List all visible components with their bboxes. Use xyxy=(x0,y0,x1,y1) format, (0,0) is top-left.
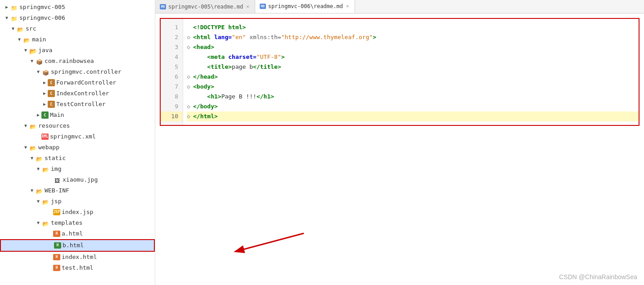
arrow-icon: ▶ xyxy=(4,3,10,12)
tree-label: static xyxy=(45,154,66,163)
tab-close-button[interactable]: ✕ xyxy=(245,3,250,10)
tree-item-com-rainbowsea[interactable]: ▼ 📦 com.rainbowsea xyxy=(0,56,155,67)
code-line-8: <h1> Page B !!! </h1> xyxy=(187,92,639,102)
tree-item-web-inf[interactable]: ▼ 📂 WEB-INF xyxy=(0,185,155,196)
tree-item-springmvc-005[interactable]: ▶ 📁 springmvc-005 xyxy=(0,2,155,13)
code-line-9: ◇ </body> xyxy=(187,102,639,111)
tab-label: springmvc-005\readme.md xyxy=(168,4,243,10)
tree-item-src[interactable]: ▼ 📂 src xyxy=(0,23,155,34)
tag-doctype: <!DOCTYPE html> xyxy=(193,22,246,32)
attr-lang: lang= xyxy=(214,32,232,42)
tree-item-jsp[interactable]: ▼ 📂 jsp xyxy=(0,196,155,207)
tree-item-index-jsp[interactable]: JSP index.jsp xyxy=(0,207,155,218)
line-num-5: 5 xyxy=(161,62,183,72)
code-editor[interactable]: 1 2 3 4 5 6 7 8 9 10 <!DOCTYPE html> xyxy=(155,13,644,285)
tree-item-springmvc-006[interactable]: ▼ 📁 springmvc-006 xyxy=(0,13,155,23)
tree-item-webapp[interactable]: ▼ 📂 webapp xyxy=(0,142,155,153)
arrow-icon: ▶ xyxy=(41,78,48,87)
folder-icon: 📂 xyxy=(41,219,50,227)
tree-item-resources[interactable]: ▼ 📂 resources xyxy=(0,120,155,131)
tree-item-xiaomu-jpg[interactable]: 🖼 xiaomu.jpg xyxy=(0,174,155,185)
tree-label: templates xyxy=(51,218,82,227)
tree-label: IndexController xyxy=(56,89,109,98)
folder-icon: 📂 xyxy=(35,155,43,162)
xml-icon: XML xyxy=(41,134,49,140)
code-line-2: ◇ <html lang="en" xmlns:th="http://www.t… xyxy=(187,32,639,42)
code-line-5: <title> page b </title> xyxy=(187,62,639,72)
tree-label: TestController xyxy=(56,100,106,109)
arrow-icon: ▼ xyxy=(29,186,35,195)
html-icon: H xyxy=(53,254,60,260)
code-line-1: <!DOCTYPE html> xyxy=(187,22,639,32)
arrow-icon: ▶ xyxy=(41,100,48,109)
line-num-2: 2 xyxy=(161,32,183,42)
tag-html-open: <html xyxy=(193,32,211,42)
code-line-3: ◇ <head> xyxy=(187,42,639,52)
tab-close-button[interactable]: ✕ xyxy=(345,3,350,9)
tree-item-springmvc-controller[interactable]: ▼ 📦 springmvc.controller xyxy=(0,67,155,77)
code-content: <!DOCTYPE html> ◇ <html lang="en" xmlns:… xyxy=(183,19,639,125)
arrow-icon: ▼ xyxy=(23,121,29,130)
arrow-icon: ▼ xyxy=(35,165,41,174)
tree-label: index.html xyxy=(62,253,97,262)
tree-label: jsp xyxy=(51,197,61,206)
folder-icon: 📂 xyxy=(35,187,43,194)
arrow-icon: ▼ xyxy=(16,35,23,44)
project-icon: 📁 xyxy=(10,4,18,11)
package-icon: 📦 xyxy=(41,68,50,76)
package-icon: 📦 xyxy=(35,58,43,65)
tree-label: springmvc.xml xyxy=(50,132,96,141)
tab-2[interactable]: MD springmvc-006\readme.md ✕ xyxy=(255,0,355,13)
arrow-icon: ▼ xyxy=(29,154,35,163)
arrow-icon: ▼ xyxy=(35,218,41,227)
line-numbers: 1 2 3 4 5 6 7 8 9 10 xyxy=(161,19,183,125)
tree-label: a.html xyxy=(62,229,83,238)
tree-label: index.jsp xyxy=(62,208,93,217)
tree-item-springmvc-xml[interactable]: XML springmvc.xml xyxy=(0,131,155,142)
tree-label: WEB-INF xyxy=(45,186,69,195)
file-tree[interactable]: ▶ 📁 springmvc-005 ▼ 📁 springmvc-006 ▼ 📂 … xyxy=(0,0,155,285)
attr-xmlns-val: "http://www.thymeleaf.org" xyxy=(281,32,373,42)
tree-item-img[interactable]: ▼ 📂 img xyxy=(0,164,155,174)
html-icon: H xyxy=(54,242,61,249)
tree-label: src xyxy=(26,24,36,33)
tree-item-test-html[interactable]: H test.html xyxy=(0,263,155,273)
tab-label: springmvc-006\readme.md xyxy=(268,3,343,9)
tree-item-a-html[interactable]: H a.html xyxy=(0,228,155,239)
tree-item-test-controller[interactable]: ▶ C TestController xyxy=(0,99,155,110)
line-num-1: 1 xyxy=(161,22,183,32)
attr-xmlns: xmlns:th= xyxy=(249,32,281,42)
tab-1[interactable]: MD springmvc-005\readme.md ✕ xyxy=(155,0,255,13)
tree-item-forward-controller[interactable]: ▶ C ForwardController xyxy=(0,77,155,88)
tree-label: xiaomu.jpg xyxy=(63,175,98,184)
md-icon: MD xyxy=(260,4,266,9)
tree-item-main-class[interactable]: ▶ C Main xyxy=(0,110,155,120)
folder-icon: 📂 xyxy=(29,122,37,129)
tree-label: java xyxy=(38,46,52,55)
tree-label: springmvc-006 xyxy=(19,13,65,22)
folder-icon: 📂 xyxy=(16,25,24,32)
watermark: CSDN @ChinaRainbowSea xyxy=(559,273,637,281)
tree-item-java[interactable]: ▼ 📂 java xyxy=(0,45,155,56)
tree-item-static[interactable]: ▼ 📂 static xyxy=(0,153,155,164)
arrow-icon: ▼ xyxy=(10,24,16,33)
tabs-bar: MD springmvc-005\readme.md ✕ MD springmv… xyxy=(155,0,644,13)
tree-item-b-html[interactable]: H b.html xyxy=(0,239,155,252)
md-icon: MD xyxy=(160,4,166,9)
tree-item-main[interactable]: ▼ 📂 main xyxy=(0,34,155,45)
tree-label: resources xyxy=(38,121,70,130)
folder-icon: 📂 xyxy=(41,198,50,205)
folder-icon: 📂 xyxy=(41,165,50,173)
line-num-9: 9 xyxy=(161,102,183,111)
code-line-10: ◇ </html> xyxy=(187,111,639,121)
arrow-icon: ▼ xyxy=(4,13,10,22)
arrow-icon: ▶ xyxy=(35,111,41,120)
code-line-7: ◇ <body> xyxy=(187,82,639,92)
arrow-icon: ▶ xyxy=(41,89,48,98)
tree-item-index-controller[interactable]: ▶ C IndexController xyxy=(0,88,155,99)
tree-label: main xyxy=(32,35,46,44)
html-icon: H xyxy=(53,265,60,271)
class-icon: C xyxy=(48,79,55,86)
tree-item-templates[interactable]: ▼ 📂 templates xyxy=(0,218,155,228)
tree-item-index-html[interactable]: H index.html xyxy=(0,252,155,263)
